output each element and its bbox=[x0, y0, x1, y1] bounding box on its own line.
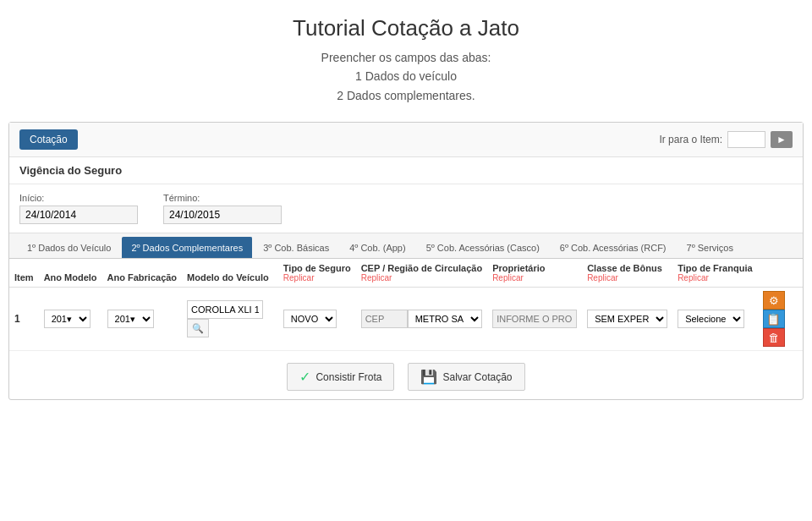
cell-tipo-franquia[interactable]: Selecione bbox=[672, 288, 757, 351]
col-header-9 bbox=[758, 259, 803, 288]
regiao-select[interactable]: METRO SA bbox=[408, 310, 482, 328]
inicio-field: Início: bbox=[19, 193, 138, 224]
cep-input[interactable] bbox=[361, 310, 408, 328]
classe-bonus-select[interactable]: SEM EXPER bbox=[587, 310, 667, 328]
copy-button[interactable]: ⚙ bbox=[763, 291, 785, 310]
col-header-2: Ano Fabricação bbox=[102, 259, 183, 288]
section-vigencia-title: Vigência do Seguro bbox=[9, 157, 803, 184]
tab-2[interactable]: 3º Cob. Básicas bbox=[254, 237, 338, 258]
inicio-input[interactable] bbox=[19, 206, 138, 224]
inicio-label: Início: bbox=[19, 193, 138, 203]
bottom-bar: ✓ Consistir Frota 💾 Salvar Cotação bbox=[9, 351, 803, 399]
page-title: Tutorial Cotação a Jato bbox=[17, 15, 795, 41]
main-panel: Cotação Ir para o Item: ► Vigência do Se… bbox=[8, 122, 804, 400]
tipo-seguro-select[interactable]: NOVO bbox=[283, 310, 337, 328]
cell-modelo[interactable]: 🔍 bbox=[182, 288, 278, 351]
cell-actions[interactable]: ⚙ 📋 🗑 bbox=[758, 288, 803, 351]
table-header-row: ItemAno ModeloAno FabricaçãoModelo do Ve… bbox=[9, 259, 803, 288]
header: Tutorial Cotação a Jato Preencher os cam… bbox=[0, 0, 812, 113]
panel-topbar: Cotação Ir para o Item: ► bbox=[9, 123, 803, 157]
cell-tipo-seguro[interactable]: NOVO bbox=[278, 288, 356, 351]
cell-ano-fab[interactable]: 201▾ bbox=[102, 288, 183, 351]
col-header-3: Modelo do Veículo bbox=[182, 259, 278, 288]
goto-input[interactable] bbox=[727, 131, 765, 148]
delete-button[interactable]: 🗑 bbox=[763, 328, 785, 347]
consistir-frota-button[interactable]: ✓ Consistir Frota bbox=[287, 363, 394, 391]
col-header-8[interactable]: Tipo de FranquiaReplicar bbox=[672, 259, 757, 288]
ano-fab-select[interactable]: 201▾ bbox=[107, 310, 154, 328]
tab-1[interactable]: 2º Dados Complementares bbox=[122, 237, 252, 258]
col-header-5[interactable]: CEP / Região de CirculaçãoReplicar bbox=[356, 259, 487, 288]
cell-item: 1 bbox=[9, 288, 39, 351]
subtitle: Preencher os campos das abas: 1 Dados do… bbox=[17, 48, 795, 105]
tab-3[interactable]: 4º Cob. (App) bbox=[340, 237, 414, 258]
termino-label: Término: bbox=[163, 193, 282, 203]
cell-ano-modelo[interactable]: 201▾ bbox=[39, 288, 102, 351]
cotacao-button[interactable]: Cotação bbox=[19, 129, 78, 150]
tab-0[interactable]: 1º Dados do Veículo bbox=[18, 237, 120, 258]
col-header-4[interactable]: Tipo de SeguroReplicar bbox=[278, 259, 356, 288]
edit-button[interactable]: 📋 bbox=[763, 310, 785, 328]
tab-5[interactable]: 6º Cob. Acessórias (RCF) bbox=[551, 237, 676, 258]
goto-arrow-button[interactable]: ► bbox=[771, 131, 793, 148]
cell-classe-bonus[interactable]: SEM EXPER bbox=[582, 288, 672, 351]
data-table: ItemAno ModeloAno FabricaçãoModelo do Ve… bbox=[9, 259, 803, 351]
col-header-1: Ano Modelo bbox=[39, 259, 102, 288]
goto-item-area: Ir para o Item: ► bbox=[659, 131, 793, 148]
vigencia-area: Início: Término: bbox=[9, 184, 803, 233]
tipo-franquia-select[interactable]: Selecione bbox=[678, 310, 744, 328]
termino-field: Término: bbox=[163, 193, 282, 224]
vigencia-row: Início: Término: bbox=[19, 193, 793, 224]
cell-proprietario[interactable] bbox=[487, 288, 582, 351]
table-area: ItemAno ModeloAno FabricaçãoModelo do Ve… bbox=[9, 259, 803, 351]
salvar-cotacao-button[interactable]: 💾 Salvar Cotação bbox=[408, 363, 524, 391]
check-icon: ✓ bbox=[299, 369, 310, 385]
ano-modelo-select[interactable]: 201▾ bbox=[44, 310, 91, 328]
search-modelo-button[interactable]: 🔍 bbox=[187, 319, 209, 337]
save-icon: 💾 bbox=[420, 369, 437, 385]
col-header-0: Item bbox=[9, 259, 39, 288]
proprietario-input[interactable] bbox=[492, 310, 577, 328]
table-row: 1201▾201▾🔍NOVOMETRO SASEM EXPERSelecione… bbox=[9, 288, 803, 351]
modelo-input[interactable] bbox=[187, 300, 263, 319]
col-header-7[interactable]: Classe de BônusReplicar bbox=[582, 259, 672, 288]
tab-4[interactable]: 5º Cob. Acessórias (Casco) bbox=[417, 237, 549, 258]
cell-cep[interactable]: METRO SA bbox=[356, 288, 487, 351]
salvar-label: Salvar Cotação bbox=[442, 371, 512, 383]
tab-6[interactable]: 7º Serviços bbox=[678, 237, 743, 258]
col-header-6[interactable]: ProprietárioReplicar bbox=[487, 259, 582, 288]
goto-label: Ir para o Item: bbox=[659, 134, 722, 145]
termino-input[interactable] bbox=[163, 206, 282, 224]
consistir-label: Consistir Frota bbox=[315, 371, 381, 383]
tabs-bar: 1º Dados do Veículo2º Dados Complementar… bbox=[9, 233, 803, 259]
